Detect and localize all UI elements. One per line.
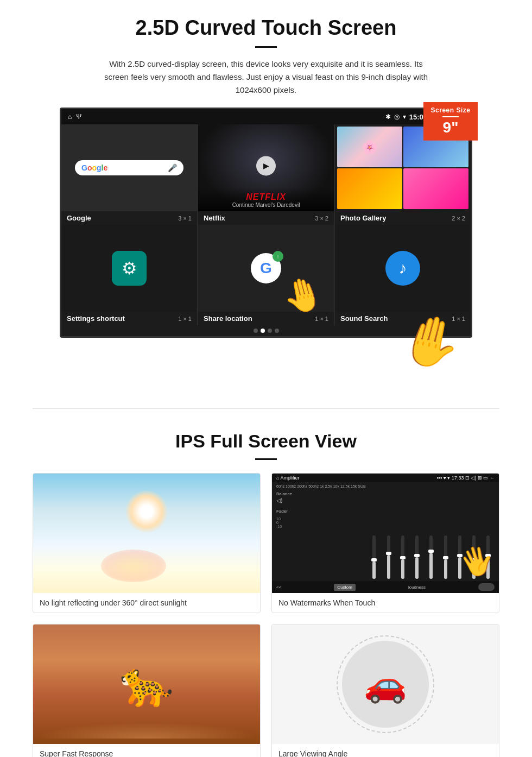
sky-image xyxy=(33,474,260,593)
badge-title: Screen Size xyxy=(430,106,471,114)
netflix-logo: NETFLIX xyxy=(204,192,328,202)
car-circle: 🚗 xyxy=(342,641,429,728)
gear-icon: ⚙ xyxy=(122,258,137,279)
amp-custom-button[interactable]: Custom xyxy=(334,584,356,591)
amp-bar-1 xyxy=(368,535,381,579)
sound-label-row: Sound Search 1 × 1 xyxy=(335,312,471,325)
section1: 2.5D Curved Touch Screen With 2.5D curve… xyxy=(0,0,532,349)
amp-balance-label: Balance xyxy=(276,491,366,496)
netflix-subtitle: Continue Marvel's Daredevil xyxy=(204,202,328,208)
feature-card-4: 🚗 Large Viewing Angle xyxy=(271,624,499,757)
gallery-thumb-4 xyxy=(403,168,468,209)
amp-volume-icon: ◁) xyxy=(276,497,366,503)
section2-title: IPS Full Screen View xyxy=(33,431,499,452)
google-label: Google xyxy=(67,214,91,222)
amp-fader-label: Fader xyxy=(276,509,366,514)
netflix-app-cell[interactable]: ▶ NETFLIX Continue Marvel's Daredevil Ne… xyxy=(198,124,334,225)
share-label-row: Share location 1 × 1 xyxy=(198,312,334,325)
card2-caption: No Watermarks When Touch xyxy=(272,593,499,613)
section1-title-underline xyxy=(255,46,277,48)
bluetooth-icon: ✱ xyxy=(385,113,391,121)
sky-flare-element xyxy=(101,550,166,582)
usb-icon: Ψ xyxy=(76,113,81,121)
feature-card-3: 🐆 Super Fast Response xyxy=(33,624,261,757)
settings-size: 1 × 1 xyxy=(178,316,192,322)
card3-caption: Super Fast Response xyxy=(33,744,260,757)
sound-search-app-cell[interactable]: ♪ Sound Search 1 × 1 xyxy=(335,225,471,325)
amp-screen-wrap: ⌂ Amplifier ▪▪▪ ♥ ▾ 17:33 ⊡ ◁) ⊠ ▭ ← 60h… xyxy=(272,474,499,593)
feature-grid: No light reflecting under 360° direct su… xyxy=(33,473,499,757)
amp-bar-4 xyxy=(410,535,423,579)
google-logo: Google xyxy=(81,163,107,172)
sound-label: Sound Search xyxy=(340,314,388,323)
gallery-label-row: Photo Gallery 2 × 2 xyxy=(335,211,471,225)
screen-size-badge: Screen Size 9" xyxy=(423,102,478,141)
sound-size: 1 × 1 xyxy=(452,316,465,322)
amp-bar-2 xyxy=(382,535,395,579)
amp-bottom-bar: << Custom loudness xyxy=(272,581,499,593)
amp-values: 100-10 xyxy=(276,517,366,528)
gallery-thumb-1: 🌸 xyxy=(337,127,402,167)
amp-labels: 60hz 100hz 200hz 500hz 1k 2.5k 10k 12.5k… xyxy=(276,484,366,579)
amp-bar-5 xyxy=(425,535,438,579)
section1-title: 2.5D Curved Touch Screen xyxy=(33,16,499,40)
play-button[interactable]: ▶ xyxy=(256,156,276,175)
sun-element xyxy=(125,490,168,533)
location-arrow-icon: ↑ xyxy=(273,251,283,262)
app-grid-top: Google 🎤 Google 3 × 1 xyxy=(61,124,471,225)
netflix-size: 3 × 2 xyxy=(315,215,328,222)
amp-back-icon: << xyxy=(276,585,281,590)
gallery-size: 2 × 2 xyxy=(452,215,465,222)
amp-home-icon: ⌂ Amplifier xyxy=(276,475,299,481)
google-label-row: Google 3 × 1 xyxy=(61,211,197,225)
amp-bar-6 xyxy=(439,535,452,579)
amp-bar-3 xyxy=(396,535,409,579)
wifi-icon: ▾ xyxy=(403,113,406,121)
app-grid-bottom: ⚙ Settings shortcut 1 × 1 G xyxy=(61,225,471,325)
cheetah-icon: 🐆 xyxy=(119,659,174,710)
dot-1 xyxy=(254,329,258,333)
share-location-app-cell[interactable]: G ↑ 🤚 Share location 1 × 1 xyxy=(198,225,334,325)
gallery-label: Photo Gallery xyxy=(340,214,387,222)
section1-description: With 2.5D curved-display screen, this de… xyxy=(98,58,434,97)
amp-time: ▪▪▪ ♥ ▾ 17:33 ⊡ ◁) ⊠ ▭ ← xyxy=(437,475,495,481)
google-search-bar[interactable]: Google 🎤 xyxy=(75,160,183,175)
music-note-icon: ♪ xyxy=(399,259,407,277)
section2-title-underline xyxy=(255,458,277,460)
settings-label-row: Settings shortcut 1 × 1 xyxy=(61,312,197,325)
share-label: Share location xyxy=(204,314,252,323)
amp-status-bar: ⌂ Amplifier ▪▪▪ ♥ ▾ 17:33 ⊡ ◁) ⊠ ▭ ← xyxy=(272,474,499,482)
home-icon: ⌂ xyxy=(68,113,72,121)
android-screen: ⌂ Ψ ✱ ◎ ▾ 15:06 ⊡ ◁) ⊠ ▭ xyxy=(60,108,472,338)
gallery-thumb-3 xyxy=(337,168,402,209)
cheetah-image: 🐆 xyxy=(33,624,260,744)
amp-freq-label: 60hz 100hz 200hz 500hz 1k 2.5k 10k 12.5k… xyxy=(276,484,366,488)
car-top-view-icon: 🚗 xyxy=(364,664,407,705)
location-icon: ◎ xyxy=(394,113,400,121)
netflix-label: Netflix xyxy=(204,214,225,222)
section2: IPS Full Screen View No light reflecting… xyxy=(0,425,532,757)
settings-label: Settings shortcut xyxy=(67,314,125,323)
amp-loudness-label: loudness xyxy=(408,585,426,590)
card4-caption: Large Viewing Angle xyxy=(272,744,499,757)
status-left: ⌂ Ψ xyxy=(68,113,81,121)
hand-pointing-icon: 🤚 xyxy=(278,272,327,312)
sound-icon-wrap: ♪ xyxy=(385,251,420,286)
screen-mockup: Screen Size 9" ⌂ Ψ ✱ ◎ ▾ 15:06 xyxy=(60,108,472,338)
settings-app-cell[interactable]: ⚙ Settings shortcut 1 × 1 xyxy=(61,225,197,325)
maps-icon: G ↑ xyxy=(251,253,281,283)
share-size: 1 × 1 xyxy=(315,316,328,322)
google-size: 3 × 1 xyxy=(178,215,192,222)
badge-size: 9" xyxy=(430,119,471,136)
mic-icon: 🎤 xyxy=(168,163,177,172)
google-app-cell[interactable]: Google 🎤 Google 3 × 1 xyxy=(61,124,197,225)
status-bar: ⌂ Ψ ✱ ◎ ▾ 15:06 ⊡ ◁) ⊠ ▭ xyxy=(61,109,471,124)
cheetah-dust xyxy=(33,722,260,739)
card1-caption: No light reflecting under 360° direct su… xyxy=(33,593,260,613)
amp-toggle[interactable] xyxy=(478,583,495,591)
section-divider xyxy=(33,408,499,409)
feature-card-1: No light reflecting under 360° direct su… xyxy=(33,473,261,613)
badge-line xyxy=(442,116,459,117)
netflix-overlay: NETFLIX Continue Marvel's Daredevil xyxy=(198,188,334,211)
dot-2 xyxy=(261,329,265,333)
